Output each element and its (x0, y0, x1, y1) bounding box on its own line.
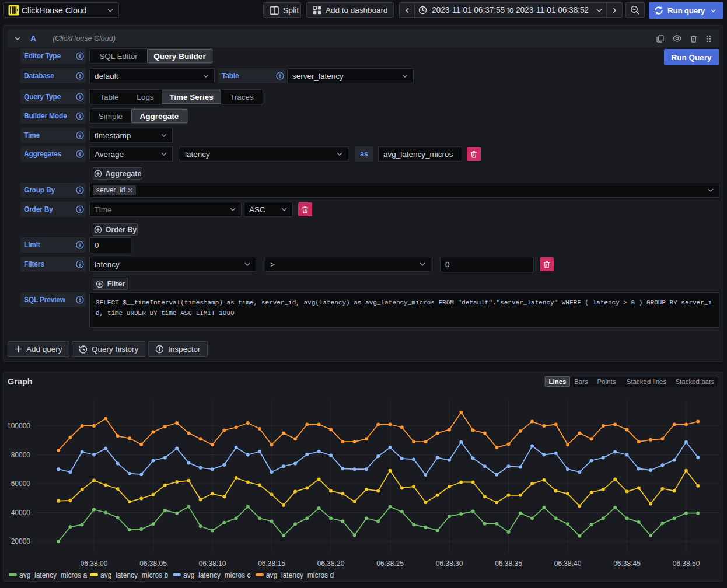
svg-text:06:38:35: 06:38:35 (495, 559, 522, 568)
svg-text:avg_latency_micros b: avg_latency_micros b (100, 571, 168, 579)
svg-text:06:38:25: 06:38:25 (376, 559, 404, 568)
svg-text:06:38:20: 06:38:20 (317, 559, 345, 568)
svg-text:20000: 20000 (11, 537, 31, 545)
svg-text:06:38:40: 06:38:40 (554, 559, 582, 568)
svg-text:06:38:10: 06:38:10 (199, 559, 226, 568)
svg-text:06:38:00: 06:38:00 (81, 559, 108, 568)
svg-text:06:38:15: 06:38:15 (258, 559, 285, 568)
svg-text:06:38:05: 06:38:05 (139, 559, 167, 568)
svg-text:06:38:30: 06:38:30 (436, 559, 463, 568)
svg-text:06:38:45: 06:38:45 (613, 559, 641, 568)
svg-text:40000: 40000 (11, 509, 31, 517)
svg-text:avg_latency_micros a: avg_latency_micros a (19, 571, 87, 579)
svg-text:06:38:50: 06:38:50 (673, 559, 700, 568)
svg-text:avg_latency_micros d: avg_latency_micros d (266, 571, 334, 579)
svg-text:80000: 80000 (11, 451, 31, 459)
svg-text:100000: 100000 (7, 422, 30, 430)
svg-text:60000: 60000 (11, 480, 31, 488)
svg-text:avg_latency_micros c: avg_latency_micros c (183, 571, 250, 579)
